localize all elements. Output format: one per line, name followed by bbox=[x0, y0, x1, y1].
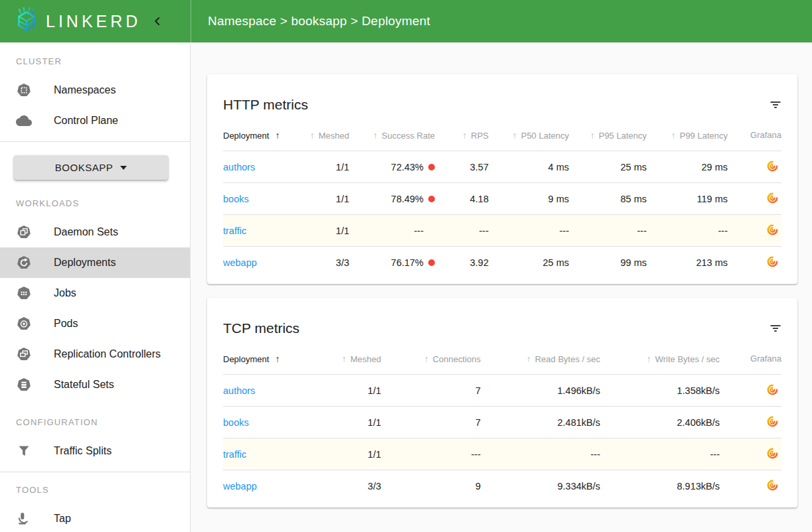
sort-arrow-icon: ↑ bbox=[342, 354, 347, 364]
sort-arrow-icon: ↑ bbox=[424, 354, 429, 364]
section-label-workloads: WORKLOADS bbox=[0, 199, 190, 208]
sidebar-item-pods[interactable]: Pods bbox=[0, 308, 190, 339]
sort-arrow-icon: ↑ bbox=[671, 130, 676, 141]
grafana-icon[interactable] bbox=[767, 480, 778, 493]
sidebar-item-daemon-sets[interactable]: Daemon Sets bbox=[0, 217, 190, 247]
http-col-meshed[interactable]: ↑Meshed bbox=[286, 130, 349, 141]
sidebar-item-traffic-splits[interactable]: Traffic Splits bbox=[0, 436, 190, 466]
tap-icon bbox=[16, 511, 32, 527]
sidebar-item-replication-controllers[interactable]: Replication Controllers bbox=[0, 339, 190, 369]
table-row: authors 1/1 72.43% 3.57 4 ms 25 ms 29 ms bbox=[223, 151, 781, 183]
sort-arrow-icon: ↑ bbox=[527, 354, 531, 364]
table-row: traffic 1/1 --- --- --- bbox=[223, 438, 781, 470]
sidebar-divider bbox=[0, 141, 190, 142]
main-content: HTTP metrics Deployment↑ ↑Meshed ↑Succes… bbox=[191, 42, 812, 532]
filter-list-icon bbox=[770, 99, 781, 111]
http-col-grafana: Grafana bbox=[728, 130, 781, 140]
table-row: books 1/1 7 2.481kB/s 2.406kB/s bbox=[223, 407, 781, 438]
table-row: books 1/1 78.49% 4.18 9 ms 85 ms 119 ms bbox=[223, 183, 781, 215]
namespace-selector-button[interactable]: BOOKSAPP bbox=[14, 155, 168, 180]
http-metrics-title: HTTP metrics bbox=[223, 97, 308, 113]
section-label-tools: TOOLS bbox=[0, 486, 190, 494]
grafana-icon[interactable] bbox=[767, 416, 778, 429]
sidebar: CLUSTER Namespaces Control Plane BOOKSAP… bbox=[0, 42, 191, 532]
deployment-link[interactable]: traffic bbox=[223, 226, 246, 236]
namespaces-icon bbox=[16, 82, 32, 98]
stateful-sets-icon bbox=[16, 377, 32, 393]
tcp-metrics-card: TCP metrics Deployment↑ ↑Meshed ↑Connect… bbox=[207, 298, 797, 507]
status-dot bbox=[428, 196, 435, 202]
sort-arrow-icon: ↑ bbox=[310, 130, 315, 141]
http-table-header: Deployment↑ ↑Meshed ↑Success Rate ↑RPS ↑… bbox=[223, 119, 781, 151]
sidebar-item-control-plane[interactable]: Control Plane bbox=[0, 105, 190, 136]
http-filter-button[interactable] bbox=[770, 96, 781, 113]
section-label-configuration: CONFIGURATION bbox=[0, 418, 190, 427]
http-col-p99[interactable]: ↑P99 Latency bbox=[647, 130, 728, 141]
http-col-p95[interactable]: ↑P95 Latency bbox=[569, 130, 647, 141]
caret-down-icon bbox=[120, 166, 127, 170]
http-col-deployment[interactable]: Deployment↑ bbox=[223, 130, 286, 141]
table-row: authors 1/1 7 1.496kB/s 1.358kB/s bbox=[223, 375, 781, 407]
linkerd-logo-icon[interactable] bbox=[13, 7, 40, 36]
status-dot bbox=[428, 164, 435, 170]
sort-arrow-icon: ↑ bbox=[590, 130, 595, 141]
grafana-icon[interactable] bbox=[767, 161, 778, 174]
tcp-col-grafana: Grafana bbox=[720, 354, 781, 364]
tcp-metrics-title: TCP metrics bbox=[223, 320, 299, 336]
http-col-p50[interactable]: ↑P50 Latency bbox=[489, 130, 569, 141]
sidebar-collapse-button[interactable] bbox=[149, 13, 166, 30]
tcp-col-read-bytes[interactable]: ↑Read Bytes / sec bbox=[481, 354, 600, 364]
jobs-icon bbox=[16, 285, 32, 301]
http-col-success-rate[interactable]: ↑Success Rate bbox=[349, 130, 435, 141]
grafana-icon[interactable] bbox=[767, 384, 778, 397]
tcp-col-deployment[interactable]: Deployment↑ bbox=[223, 354, 288, 364]
tcp-table-header: Deployment↑ ↑Meshed ↑Connections ↑Read B… bbox=[223, 343, 781, 375]
grafana-icon[interactable] bbox=[767, 256, 778, 269]
breadcrumb-bar: Namespace > booksapp > Deployment bbox=[191, 0, 812, 42]
deployment-link[interactable]: authors bbox=[223, 162, 255, 172]
sidebar-item-stateful-sets[interactable]: Stateful Sets bbox=[0, 369, 190, 400]
deployment-link[interactable]: webapp bbox=[223, 481, 257, 492]
daemon-sets-icon bbox=[16, 224, 32, 240]
grafana-icon[interactable] bbox=[767, 448, 778, 461]
tcp-col-connections[interactable]: ↑Connections bbox=[381, 354, 481, 364]
replication-controllers-icon bbox=[16, 346, 32, 362]
cloud-icon bbox=[16, 113, 32, 129]
table-row: webapp 3/3 9 9.334kB/s 8.913kB/s bbox=[223, 470, 781, 502]
deployment-link[interactable]: traffic bbox=[223, 449, 246, 460]
pods-icon bbox=[16, 316, 32, 332]
deployment-link[interactable]: webapp bbox=[223, 257, 257, 268]
tcp-filter-button[interactable] bbox=[770, 320, 781, 337]
funnel-icon bbox=[16, 443, 32, 459]
section-label-cluster: CLUSTER bbox=[0, 57, 190, 66]
table-row: webapp 3/3 76.17% 3.92 25 ms 99 ms 213 m… bbox=[223, 247, 781, 279]
deployment-link[interactable]: books bbox=[223, 417, 249, 428]
http-col-rps[interactable]: ↑RPS bbox=[435, 130, 489, 141]
sort-arrow-icon: ↑ bbox=[373, 130, 378, 141]
deployments-icon bbox=[16, 255, 32, 271]
sort-arrow-icon: ↑ bbox=[647, 354, 651, 364]
deployment-link[interactable]: books bbox=[223, 194, 249, 204]
app-bar: LINKERD Namespace > booksapp > Deploymen… bbox=[0, 0, 812, 42]
sidebar-divider bbox=[0, 472, 190, 472]
table-row: traffic 1/1 --- --- --- --- --- bbox=[223, 215, 781, 247]
sort-arrow-icon: ↑ bbox=[275, 354, 280, 364]
tcp-col-meshed[interactable]: ↑Meshed bbox=[288, 354, 381, 364]
filter-list-icon bbox=[770, 322, 781, 334]
sort-arrow-icon: ↑ bbox=[462, 130, 467, 141]
logo-area: LINKERD bbox=[0, 0, 191, 42]
grafana-icon[interactable] bbox=[767, 192, 778, 206]
sidebar-item-tap[interactable]: Tap bbox=[0, 503, 190, 532]
logo-wordmark: LINKERD bbox=[46, 12, 141, 31]
sort-arrow-icon: ↑ bbox=[275, 130, 280, 141]
breadcrumb: Namespace > booksapp > Deployment bbox=[208, 14, 430, 29]
deployment-link[interactable]: authors bbox=[223, 385, 255, 396]
sidebar-item-deployments[interactable]: Deployments bbox=[0, 247, 190, 278]
chevron-left-icon bbox=[150, 14, 165, 29]
grafana-icon[interactable] bbox=[767, 224, 778, 237]
sort-arrow-icon: ↑ bbox=[513, 130, 517, 141]
sidebar-item-jobs[interactable]: Jobs bbox=[0, 278, 190, 308]
sidebar-item-namespaces[interactable]: Namespaces bbox=[0, 75, 190, 105]
status-dot bbox=[428, 259, 435, 266]
tcp-col-write-bytes[interactable]: ↑Write Bytes / sec bbox=[600, 354, 720, 364]
